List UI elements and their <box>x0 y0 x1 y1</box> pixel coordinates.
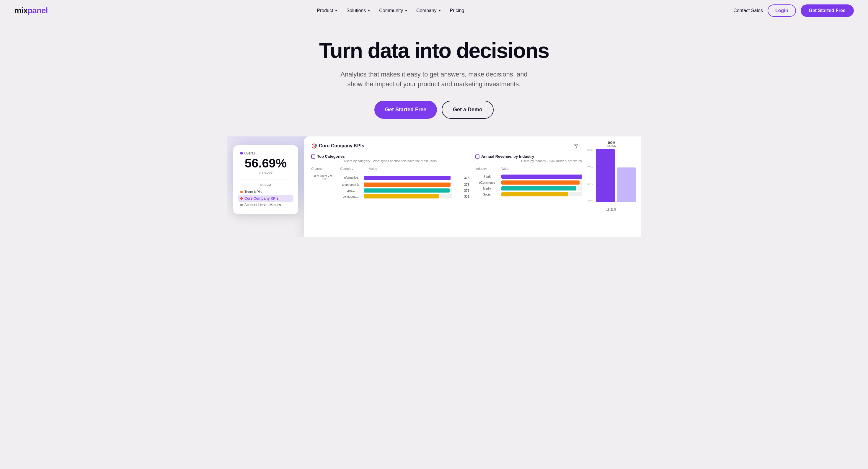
sidebar-dot <box>240 204 243 206</box>
table-row: # of users - M... 24K informative 378 <box>311 174 469 182</box>
hero-dashboard: Overall 56.69% < 1 Week Pinned Team KPIs… <box>227 137 641 237</box>
sidebar-dot <box>240 191 243 193</box>
bar-column-1 <box>596 149 615 202</box>
th-value[interactable]: Value <box>369 167 387 170</box>
bar-fill-1 <box>596 149 615 202</box>
hero-title: Turn data into decisions <box>301 39 567 62</box>
bar <box>364 194 452 199</box>
hero-section: Turn data into decisions Analytics that … <box>0 21 868 237</box>
row-label: eCommerce <box>475 181 499 184</box>
get-started-nav-button[interactable]: Get Started Free <box>801 4 854 17</box>
nav-item-product[interactable]: Product ▾ <box>313 6 340 16</box>
logo-panel: panel <box>27 6 48 15</box>
table-row: team-specific 378 <box>311 182 469 187</box>
table-row: collaborati... 331 <box>311 194 469 199</box>
hero-subtitle: Analytics that makes it easy to get answ… <box>334 69 534 89</box>
top-categories-section: Top Categories Users by category · What … <box>311 154 469 199</box>
chevron-down-icon: ▾ <box>368 9 370 12</box>
chevron-down-icon: ▾ <box>405 9 407 12</box>
get-demo-button[interactable]: Get a Demo <box>442 101 494 119</box>
nav-item-community[interactable]: Community ▾ <box>376 6 410 16</box>
dashboard-icon: 🎯 <box>311 143 317 149</box>
row-value: 378 <box>455 176 469 180</box>
bar-chart-panel: 100% 34.85K 100% 75% 50% 25% <box>582 137 641 237</box>
nav-item-company[interactable]: Company ▾ <box>413 6 444 16</box>
bars-container <box>596 149 636 208</box>
table1-title: Top Categories <box>311 154 469 158</box>
th-channel[interactable]: Channel <box>311 167 338 170</box>
bar <box>364 188 452 193</box>
bar-fill <box>364 182 451 187</box>
bar-fill-2 <box>617 168 636 202</box>
navbar: mixpanel Product ▾ Solutions ▾ Community… <box>0 0 868 21</box>
metric-label: Overall <box>240 151 291 155</box>
nav-links: Product ▾ Solutions ▾ Community ▾ Compan… <box>313 6 468 16</box>
pinned-label: Pinned <box>240 183 291 187</box>
y-axis: 100% 75% 50% 25% <box>587 149 596 208</box>
nav-actions: Contact Sales Login Get Started Free <box>733 4 854 17</box>
bar-fill <box>364 188 450 193</box>
svg-marker-0 <box>575 144 578 148</box>
bar-fill <box>501 180 580 184</box>
logo[interactable]: mixpanel <box>14 6 48 16</box>
row-value: 331 <box>455 195 469 198</box>
th-category[interactable]: Category <box>340 167 367 170</box>
bar-fill <box>364 194 439 199</box>
row-label: SaaS <box>475 175 499 178</box>
sidebar-item-label: Core Company KPIs <box>244 197 278 201</box>
bar-chart: 100% 75% 50% 25% <box>587 149 636 208</box>
sidebar-item-label: Team KPIs <box>244 190 261 194</box>
row-value: 378 <box>455 183 469 186</box>
chevron-down-icon: ▾ <box>335 9 337 12</box>
th-industry[interactable]: Industry <box>475 167 499 170</box>
bar-fill <box>501 186 576 190</box>
sidebar-item-core-kpis[interactable]: Core Company KPIs <box>238 195 293 202</box>
metric-value: 56.69% <box>240 156 291 170</box>
category-label: informative <box>340 176 361 179</box>
dashboard-title: 🎯 Core Company KPIs <box>311 143 364 149</box>
bar <box>364 176 452 180</box>
metric-period: < 1 Week <box>240 171 291 175</box>
metric-dot <box>240 152 243 154</box>
sidebar-item-account-health[interactable]: Account Health Metrics <box>240 202 291 208</box>
table1-header: Channel Category Value <box>311 166 469 172</box>
category-label: cros... <box>340 189 361 192</box>
chart-bottom-label: 19.21% <box>587 208 636 211</box>
login-button[interactable]: Login <box>768 4 796 17</box>
table-row: cros... 377 <box>311 187 469 194</box>
th-val[interactable]: Value <box>501 167 519 170</box>
category-label: team-specific <box>340 183 361 186</box>
row-label: Social <box>475 193 499 196</box>
bar <box>364 182 452 187</box>
nav-item-pricing[interactable]: Pricing <box>446 6 468 16</box>
sidebar-item-team-kpis[interactable]: Team KPIs <box>240 189 291 195</box>
nav-item-solutions[interactable]: Solutions ▾ <box>343 6 373 16</box>
table1-checkbox-icon <box>311 154 315 158</box>
dashboard-title-text: Core Company KPIs <box>319 143 364 149</box>
bar-column-2 <box>617 149 636 202</box>
row-label: # of users - M... 24K <box>311 175 338 181</box>
contact-sales-link[interactable]: Contact Sales <box>733 8 763 13</box>
hero-buttons: Get Started Free Get a Demo <box>6 101 862 119</box>
row-label: Media <box>475 187 499 190</box>
table2-checkbox-icon <box>475 154 479 158</box>
get-started-hero-button[interactable]: Get Started Free <box>374 101 437 119</box>
metric-card: Overall 56.69% < 1 Week Pinned Team KPIs… <box>233 145 298 214</box>
category-label: collaborati... <box>340 195 361 198</box>
bar-fill <box>364 176 451 180</box>
sidebar-dot <box>240 197 243 200</box>
logo-mix: mix <box>14 6 27 15</box>
bar-fill <box>501 192 568 197</box>
sidebar-items: Pinned Team KPIs Core Company KPIs Accou… <box>240 180 291 208</box>
chart-top-label: 100% 34.85K <box>587 141 636 148</box>
chevron-down-icon: ▾ <box>439 9 440 12</box>
table1-subtitle: Users by category · What types of channe… <box>311 159 469 163</box>
row-value: 377 <box>455 189 469 192</box>
sidebar-item-label: Account Health Metrics <box>244 203 281 207</box>
